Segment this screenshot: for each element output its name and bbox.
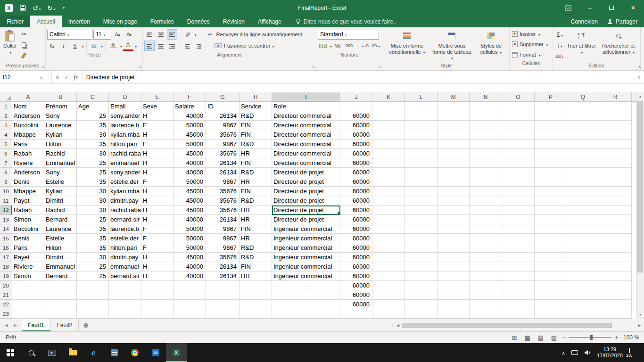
cell-L2[interactable] xyxy=(405,111,438,121)
cell-D9[interactable]: estelle.der xyxy=(109,177,141,187)
cell-O13[interactable] xyxy=(502,215,535,224)
row-header-18[interactable]: 18 xyxy=(0,262,12,272)
cell-C5[interactable]: 35 xyxy=(77,140,109,149)
cell-J4[interactable]: 60000 xyxy=(340,130,372,140)
cell-H14[interactable]: FIN xyxy=(239,224,272,234)
row-header-1[interactable]: 1 xyxy=(0,102,12,111)
cell-N10[interactable] xyxy=(470,187,502,196)
cell-K21[interactable] xyxy=(372,290,405,300)
cell-B1[interactable]: Prénom xyxy=(44,102,77,111)
cell-N17[interactable] xyxy=(470,253,502,262)
cell-P13[interactable] xyxy=(535,215,567,224)
decrease-indent-button[interactable] xyxy=(182,41,193,51)
cell-J13[interactable]: 60000 xyxy=(340,215,372,224)
share-button[interactable]: Partager xyxy=(607,18,637,25)
cell-E9[interactable]: F xyxy=(141,177,173,187)
merge-center-button[interactable]: Fusionner et centrer xyxy=(224,43,270,49)
cell-G11[interactable]: 35676 xyxy=(206,196,239,206)
cell-K6[interactable] xyxy=(372,149,405,158)
cell-R3[interactable] xyxy=(599,121,632,130)
row-header-17[interactable]: 17 xyxy=(0,253,12,262)
cell-R8[interactable] xyxy=(599,168,632,177)
cell-N4[interactable] xyxy=(470,130,502,140)
cell-G2[interactable]: 26134 xyxy=(206,111,239,121)
cell-C10[interactable]: 30 xyxy=(77,187,109,196)
cell-A7[interactable]: Riviere xyxy=(12,158,44,168)
cell-N2[interactable] xyxy=(470,111,502,121)
cell-J16[interactable]: 60000 xyxy=(340,243,372,253)
column-header-O[interactable]: O xyxy=(502,92,535,102)
cell-B2[interactable]: Sony xyxy=(44,111,77,121)
cell-I13[interactable]: Directeur de projet xyxy=(272,215,340,224)
action-center-button[interactable]: 23 xyxy=(629,348,638,357)
row-header-15[interactable]: 15 xyxy=(0,234,12,243)
cell-M22[interactable] xyxy=(438,300,470,309)
cell-A6[interactable]: Rabah xyxy=(12,149,44,158)
cell-C22[interactable] xyxy=(77,300,109,309)
cell-J7[interactable]: 60000 xyxy=(340,158,372,168)
cell-C12[interactable]: 30 xyxy=(77,206,109,215)
bold-button[interactable]: G xyxy=(47,41,58,51)
cell-F6[interactable]: 45000 xyxy=(173,149,206,158)
cell-M8[interactable] xyxy=(438,168,470,177)
cell-C20[interactable] xyxy=(77,281,109,290)
cell-Q5[interactable] xyxy=(567,140,599,149)
cell-E22[interactable] xyxy=(141,300,173,309)
cell-O5[interactable] xyxy=(502,140,535,149)
cell-J18[interactable]: 60000 xyxy=(340,262,372,272)
merge-center-icon[interactable] xyxy=(213,41,223,51)
cell-E1[interactable]: Sexe xyxy=(141,102,173,111)
cell-E3[interactable]: F xyxy=(141,121,173,130)
cell-A10[interactable]: Mbappe xyxy=(12,187,44,196)
column-header-D[interactable]: D xyxy=(109,92,141,102)
cell-Q9[interactable] xyxy=(567,177,599,187)
cell-P22[interactable] xyxy=(535,300,567,309)
cell-L9[interactable] xyxy=(405,177,438,187)
row-header-7[interactable]: 7 xyxy=(0,158,12,168)
cell-L7[interactable] xyxy=(405,158,438,168)
number-format-select[interactable]: Standard xyxy=(318,30,379,40)
zoom-out-button[interactable] xyxy=(562,334,566,341)
cell-R13[interactable] xyxy=(599,215,632,224)
column-header-C[interactable]: C xyxy=(77,92,109,102)
cell-H3[interactable]: FIN xyxy=(239,121,272,130)
cell-O6[interactable] xyxy=(502,149,535,158)
cell-B20[interactable] xyxy=(44,281,77,290)
column-header-J[interactable]: J xyxy=(340,92,372,102)
cell-H22[interactable] xyxy=(239,300,272,309)
cell-A22[interactable] xyxy=(12,300,44,309)
merge-center-caret-icon[interactable] xyxy=(271,43,274,49)
cell-H6[interactable]: HR xyxy=(239,149,272,158)
cell-O2[interactable] xyxy=(502,111,535,121)
cell-F11[interactable]: 45000 xyxy=(173,196,206,206)
cell-F9[interactable]: 50000 xyxy=(173,177,206,187)
cell-I17[interactable]: Ingenieur commercial xyxy=(272,253,340,262)
cell-G6[interactable]: 35676 xyxy=(206,149,239,158)
formula-input[interactable]: Directeur de projet xyxy=(83,71,634,83)
cell-I4[interactable]: Directeur commercial xyxy=(272,130,340,140)
cell-O19[interactable] xyxy=(502,272,535,281)
tab-accueil[interactable]: Accueil xyxy=(30,16,62,27)
delete-cells-button[interactable]: ×Supprimer xyxy=(511,39,551,49)
cell-M21[interactable] xyxy=(438,290,470,300)
cancel-entry-icon[interactable] xyxy=(56,74,59,81)
cell-L20[interactable] xyxy=(405,281,438,290)
italic-button[interactable]: I xyxy=(58,41,69,51)
insert-cells-button[interactable]: +Insérer xyxy=(511,29,551,39)
cell-R21[interactable] xyxy=(599,290,632,300)
column-header-R[interactable]: R xyxy=(599,92,632,102)
cell-R19[interactable] xyxy=(599,272,632,281)
cell-E23[interactable] xyxy=(141,309,173,319)
taskbar-search-button[interactable] xyxy=(21,343,41,362)
cell-P16[interactable] xyxy=(535,243,567,253)
cell-R17[interactable] xyxy=(599,253,632,262)
cell-R22[interactable] xyxy=(599,300,632,309)
cell-I8[interactable]: Directeur de projet xyxy=(272,168,340,177)
cell-F18[interactable]: 40000 xyxy=(173,262,206,272)
redo-button[interactable]: ↻ xyxy=(47,4,55,12)
cell-E10[interactable]: H xyxy=(141,187,173,196)
cell-M4[interactable] xyxy=(438,130,470,140)
cell-O10[interactable] xyxy=(502,187,535,196)
cell-K8[interactable] xyxy=(372,168,405,177)
cell-A11[interactable]: Payet xyxy=(12,196,44,206)
